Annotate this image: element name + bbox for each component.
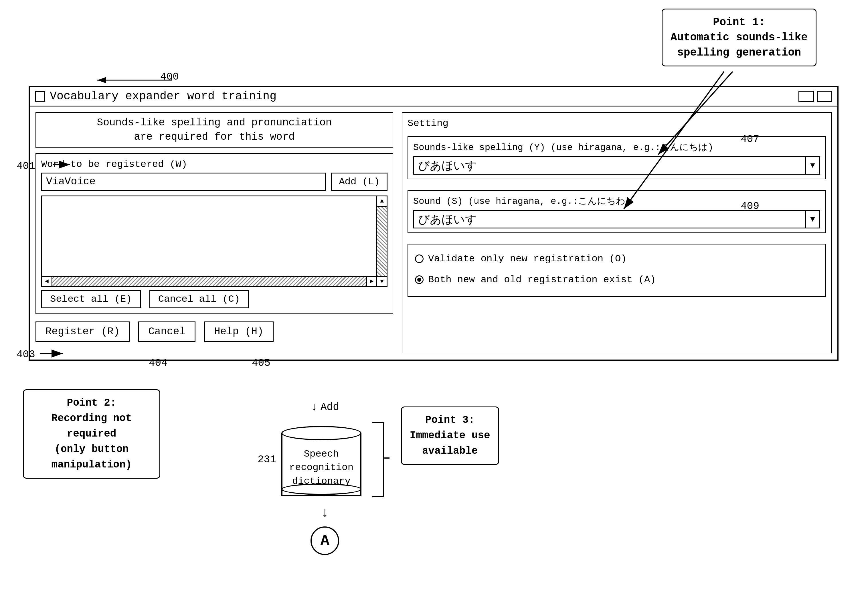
select-all-button[interactable]: Select all (E) xyxy=(41,290,141,308)
label-401: 401 xyxy=(17,160,35,172)
label-231: 231 xyxy=(257,454,276,465)
sound-value: びあほいす xyxy=(414,212,805,227)
cylinder-database: Speech recognition dictionary xyxy=(281,426,361,496)
label-409: 409 xyxy=(741,200,759,212)
label-407: 407 xyxy=(741,133,759,145)
sounds-like-arrow[interactable]: ▼ xyxy=(805,157,820,174)
sounds-like-value: びあほいす xyxy=(414,158,805,173)
label-403: 403 xyxy=(17,348,35,361)
window-content: Sounds-like spelling and pronunciation a… xyxy=(30,106,838,359)
scroll-down-arrow[interactable]: ▼ xyxy=(377,276,387,286)
description-box: Sounds-like spelling and pronunciation a… xyxy=(35,112,393,148)
point3-callout: Point 3: Immediate use available xyxy=(401,406,499,465)
cancel-all-button[interactable]: Cancel all (C) xyxy=(150,290,249,308)
point1-line1: Automatic sounds-like xyxy=(670,30,808,45)
circle-a: A xyxy=(310,526,339,555)
scroll-right-arrow[interactable]: ► xyxy=(366,277,377,286)
main-window: Vocabulary expander word training Sounds… xyxy=(29,86,839,361)
list-box[interactable] xyxy=(42,196,377,286)
point2-callout: Point 2: Recording not required (only bu… xyxy=(23,389,160,479)
registration-options: Validate only new registration (O) Both … xyxy=(408,244,826,297)
field-label: Word to be registered (W) xyxy=(41,159,387,170)
cylinder-top xyxy=(281,426,361,440)
cylinder-text: Speech recognition dictionary xyxy=(283,442,360,488)
description-line1: Sounds-like spelling and pronunciation xyxy=(41,116,388,130)
radio-option1-row[interactable]: Validate only new registration (O) xyxy=(415,250,818,268)
list-box-wrapper: ▲ ▼ ◄ ► xyxy=(41,195,387,287)
add-section: ↓ Add 231 Speech recognition dictionary xyxy=(257,401,392,555)
radio-option1-label: Validate only new registration (O) xyxy=(428,250,627,268)
cancel-button[interactable]: Cancel xyxy=(138,321,195,342)
point3-title: Point 3: xyxy=(410,412,490,428)
down-arrow-icon: ↓ xyxy=(321,505,329,521)
sound-box: Sound (S) (use hiragana, e.g.:こんにちわ) びあほ… xyxy=(408,190,826,233)
right-panel: Setting Sounds-like spelling (Y) (use hi… xyxy=(402,112,832,353)
point2-line1: Recording not required xyxy=(32,411,151,442)
left-panel: Sounds-like spelling and pronunciation a… xyxy=(35,112,393,353)
description-line2: are required for this word xyxy=(41,130,388,144)
word-register-section: Word to be registered (W) Add (L) ▲ ▼ xyxy=(35,153,393,314)
label-405: 405 xyxy=(252,357,271,369)
action-row: Select all (E) Cancel all (C) xyxy=(41,290,387,308)
point3-line1: Immediate use xyxy=(410,428,490,443)
radio-option1[interactable] xyxy=(415,255,423,263)
maximize-button[interactable] xyxy=(817,91,832,102)
minimize-button[interactable] xyxy=(798,91,814,102)
sound-dropdown[interactable]: びあほいす ▼ xyxy=(413,210,820,229)
title-bar-buttons xyxy=(798,91,832,102)
cylinder-section: 231 Speech recognition dictionary xyxy=(257,420,392,500)
window-title: Vocabulary expander word training xyxy=(50,90,798,103)
radio-option2-label: Both new and old registration exist (A) xyxy=(428,271,656,289)
sound-arrow[interactable]: ▼ xyxy=(805,211,820,227)
bottom-section: Point 2: Recording not required (only bu… xyxy=(23,389,499,555)
circle-section: ↓ A xyxy=(310,505,339,555)
sounds-like-box: Sounds-like spelling (Y) (use hiragana, … xyxy=(408,136,826,179)
brace-svg xyxy=(369,420,392,500)
sounds-like-dropdown[interactable]: びあほいす ▼ xyxy=(413,156,820,174)
point3-line2: available xyxy=(410,443,490,459)
radio-option2-row[interactable]: Both new and old registration exist (A) xyxy=(415,271,818,289)
cylinder-body: Speech recognition dictionary xyxy=(281,433,361,496)
register-button[interactable]: Register (R) xyxy=(35,321,130,342)
scrollbar-vertical[interactable]: ▲ ▼ xyxy=(377,196,387,286)
point1-callout: Point 1: Automatic sounds-like spelling … xyxy=(662,9,817,67)
scroll-track-h[interactable] xyxy=(52,277,366,286)
scroll-up-arrow[interactable]: ▲ xyxy=(377,196,387,207)
bottom-buttons: Register (R) Cancel Help (H) xyxy=(35,321,393,342)
input-row: Add (L) xyxy=(41,173,387,191)
point2-line2: (only button manipulation) xyxy=(32,442,151,473)
scroll-left-arrow[interactable]: ◄ xyxy=(42,277,52,286)
add-arrow-label: ↓ Add xyxy=(311,401,339,414)
radio-dot xyxy=(417,278,421,282)
point2-title: Point 2: xyxy=(32,395,151,411)
radio-option2[interactable] xyxy=(415,276,423,284)
help-button[interactable]: Help (H) xyxy=(204,321,274,342)
setting-label: Setting xyxy=(408,118,826,129)
point1-title: Point 1: xyxy=(670,15,808,30)
title-bar: Vocabulary expander word training xyxy=(30,87,838,106)
word-input[interactable] xyxy=(41,173,326,191)
title-checkbox[interactable] xyxy=(35,91,45,102)
label-400: 400 xyxy=(160,71,179,83)
scroll-track-v[interactable] xyxy=(377,207,387,276)
label-404: 404 xyxy=(149,357,168,369)
scrollbar-horizontal[interactable]: ◄ ► xyxy=(42,276,377,286)
cylinder-bottom xyxy=(281,483,361,495)
add-button[interactable]: Add (L) xyxy=(331,173,387,191)
point1-line2: spelling generation xyxy=(670,45,808,60)
